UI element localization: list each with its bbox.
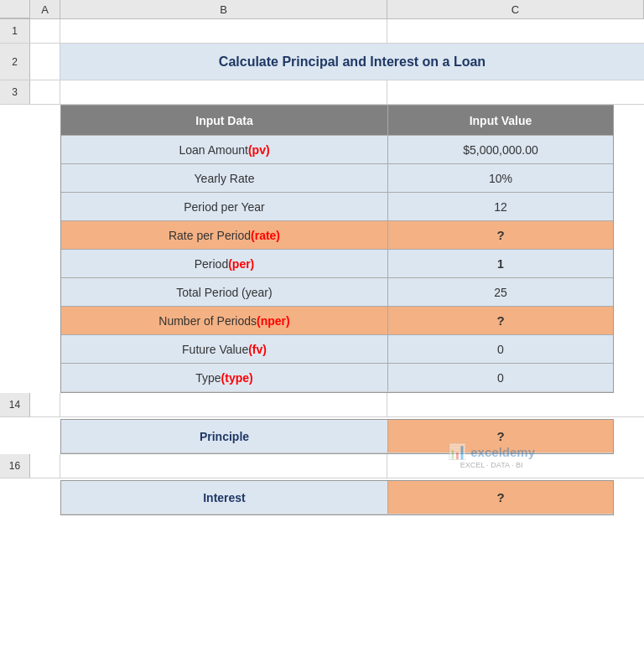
cell-6c: 10% <box>388 164 613 192</box>
cell-9b: Period (per) <box>61 250 388 277</box>
row-10: Total Period (year) 25 <box>61 278 613 307</box>
row-17: Interest ? <box>61 481 613 514</box>
cell-16a <box>30 454 60 478</box>
cell-14c <box>387 393 644 416</box>
cell-14a <box>30 393 60 416</box>
col-header-c: C <box>387 0 644 18</box>
watermark: 📊 exceldemy EXCEL · DATA · BI <box>448 442 535 469</box>
header-input-value: Input Value <box>388 106 613 135</box>
cell-14b <box>60 393 387 416</box>
cell-12c: 0 <box>388 335 613 363</box>
cell-3c <box>387 80 644 104</box>
row-14: 14 <box>0 393 644 417</box>
row-num-2: 2 <box>0 44 30 80</box>
cell-1a <box>30 19 60 43</box>
row-3: 3 <box>0 80 644 105</box>
cell-2a <box>30 44 60 80</box>
cell-8b: Rate per Period (rate) <box>61 221 388 249</box>
cell-11b: Number of Periods (nper) <box>61 307 388 334</box>
period-red: (per) <box>228 257 254 271</box>
row-12: Future Value (fv) 0 <box>61 335 613 364</box>
cell-3a <box>30 80 60 104</box>
header-input-data: Input Data <box>61 106 388 135</box>
row-num-3: 3 <box>0 80 30 104</box>
interest-value: ? <box>388 481 613 514</box>
cell-16b <box>60 454 387 478</box>
row-8: Rate per Period (rate) ? <box>61 221 613 250</box>
row-16: 16 <box>0 454 644 478</box>
loan-amount-pv: (pv) <box>248 143 270 157</box>
cell-13c: 0 <box>388 364 613 391</box>
row-7: Period per Year 12 <box>61 193 613 221</box>
cell-1c <box>387 19 644 43</box>
type-label: Type <box>195 371 221 385</box>
corner-header <box>0 0 30 18</box>
loan-amount-label: Loan Amount <box>179 143 248 157</box>
rate-per-period-red: (rate) <box>251 229 280 242</box>
row-1: 1 <box>0 19 644 44</box>
cell-13b: Type (type) <box>61 364 388 391</box>
type-red: (type) <box>221 371 253 385</box>
spreadsheet-title: Calculate Principal and Interest on a Lo… <box>60 44 644 80</box>
col-header-b: B <box>60 0 387 18</box>
row-11: Number of Periods (nper) ? <box>61 307 613 335</box>
interest-label: Interest <box>61 481 388 514</box>
cell-5c: $5,000,000.00 <box>388 136 613 163</box>
cell-7c: 12 <box>388 193 613 220</box>
nper-red: (nper) <box>257 314 290 328</box>
principle-label: Principle <box>61 420 388 452</box>
watermark-logo: 📊 exceldemy <box>448 442 535 461</box>
cell-1b <box>60 19 387 43</box>
row-num-14: 14 <box>0 393 30 416</box>
row-2: 2 Calculate Principal and Interest on a … <box>0 44 644 80</box>
row-6: Yearly Rate 10% <box>61 164 613 193</box>
fv-label: Future Value <box>182 343 248 356</box>
cell-5b: Loan Amount (pv) <box>61 136 388 163</box>
cell-8c: ? <box>388 221 613 249</box>
cell-9c: 1 <box>388 250 613 277</box>
cell-10c: 25 <box>388 278 613 306</box>
row-num-16: 16 <box>0 454 30 478</box>
nper-label: Number of Periods <box>158 314 257 328</box>
cell-11c: ? <box>388 307 613 334</box>
row-num-1: 1 <box>0 19 30 43</box>
fv-red: (fv) <box>248 343 267 356</box>
cell-3b <box>60 80 387 104</box>
row-13: Type (type) 0 <box>61 364 613 392</box>
cell-6b: Yearly Rate <box>61 164 388 192</box>
row-4: Input Data Input Value <box>61 106 613 136</box>
cell-7b: Period per Year <box>61 193 388 220</box>
watermark-tagline: EXCEL · DATA · BI <box>460 461 523 469</box>
cell-10b: Total Period (year) <box>61 278 388 306</box>
row-5: Loan Amount (pv) $5,000,000.00 <box>61 136 613 164</box>
col-header-a: A <box>30 0 60 18</box>
row-9: Period (per) 1 <box>61 250 613 278</box>
cell-12b: Future Value (fv) <box>61 335 388 363</box>
period-label: Period <box>195 257 228 271</box>
rate-per-period-label: Rate per Period <box>169 229 251 242</box>
